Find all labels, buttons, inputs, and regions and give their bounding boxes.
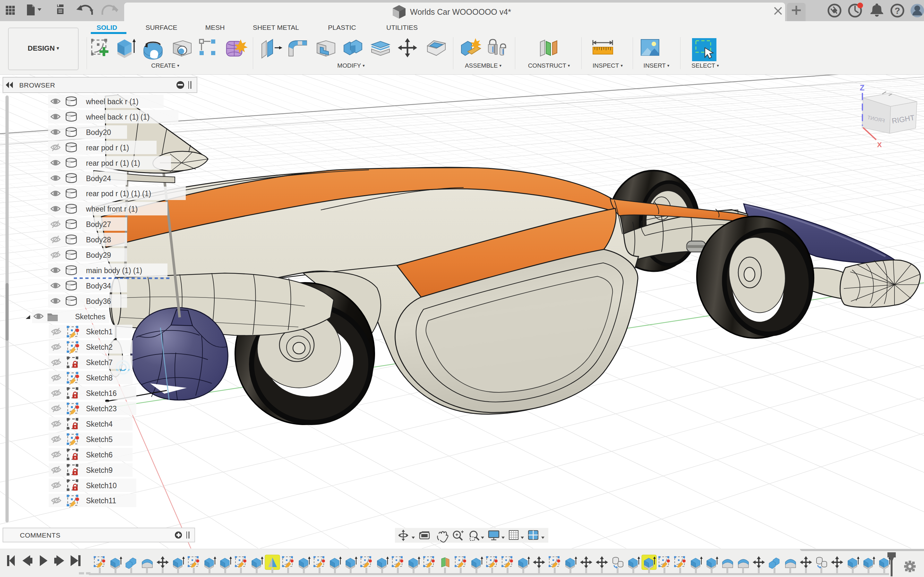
- svg-text:?: ?: [895, 6, 900, 16]
- svg-text:COMMENTS: COMMENTS: [20, 532, 61, 539]
- svg-text:Z: Z: [860, 83, 865, 92]
- svg-text:BROWSER: BROWSER: [19, 81, 55, 89]
- svg-text:X: X: [877, 141, 882, 149]
